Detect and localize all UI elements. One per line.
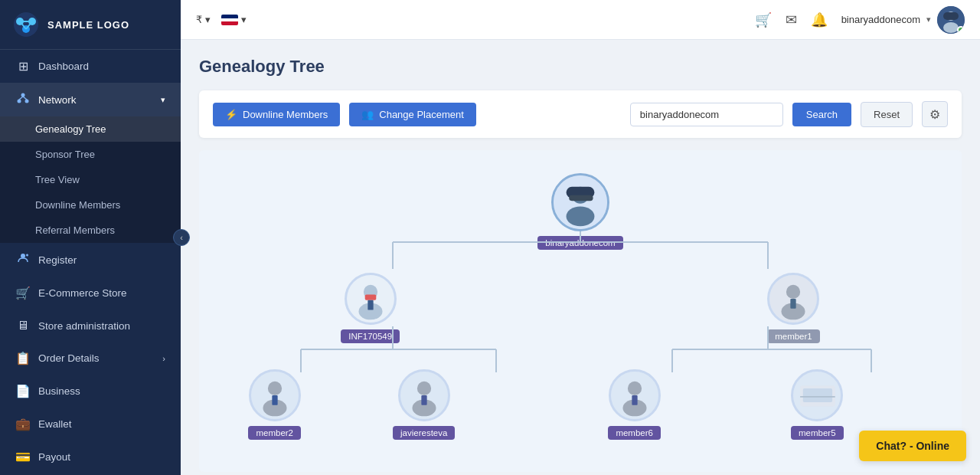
chat-widget[interactable]: Chat? - Online [859,431,966,461]
content-area: Genealogy Tree ⚡ Downline Members 👥 Chan… [181,40,980,475]
change-placement-button[interactable]: 👥 Change Placement [349,103,476,126]
svg-rect-40 [368,300,373,310]
currency-chevron: ▾ [205,14,211,25]
business-icon: 📄 [15,384,31,398]
currency-selector[interactable]: ₹ ▾ [196,14,211,25]
node-avatar-inf170549[interactable] [345,273,397,325]
node-label-javieresteva: javieresteva [393,426,455,440]
lang-chevron: ▾ [241,14,247,25]
svg-point-8 [18,100,21,103]
tree-node-member6[interactable]: member6 [608,369,661,440]
order-label: Order Details [38,352,100,364]
ewallet-icon: 💼 [15,417,31,431]
payout-icon: 💳 [15,450,31,464]
currency-symbol: ₹ [196,14,202,25]
topbar-actions: 🛒 ✉ 🔔 binaryaddonecom ▾ [755,6,965,34]
svg-rect-44 [791,299,796,309]
gear-icon: ⚙ [929,107,940,122]
page-title: Genealogy Tree [199,57,962,77]
ecommerce-label: E-Commerce Store [38,287,127,299]
sidebar-item-label: Dashboard [38,61,89,72]
downline-btn-label: Downline Members [243,109,328,120]
online-indicator [957,26,965,34]
ecommerce-icon: 🛒 [15,286,31,300]
tree-node-member1[interactable]: member1 [767,273,820,343]
sidebar-item-payout[interactable]: 💳 Payout [0,441,181,473]
node-label-member5: member5 [791,426,844,440]
search-button[interactable]: Search [792,103,851,126]
node-label-inf170549: INF170549 [341,329,400,343]
sidebar-item-tree-view[interactable]: Tree View [0,167,181,192]
svg-point-7 [21,93,25,97]
svg-rect-18 [943,12,959,20]
bell-icon[interactable]: 🔔 [811,11,828,28]
sidebar-item-ewallet[interactable]: 💼 Ewallet [0,408,181,441]
node-avatar-member6[interactable] [609,369,661,421]
svg-rect-52 [421,395,426,405]
logo-icon [12,11,40,38]
node-avatar-javieresteva[interactable] [398,369,450,421]
user-chevron: ▾ [926,15,931,25]
svg-rect-59 [803,388,832,402]
sidebar-item-genealogy-tree[interactable]: Genealogy Tree [0,116,181,142]
logo[interactable]: SAMPLE LOGO [0,0,181,50]
svg-point-54 [628,382,642,395]
sidebar-item-sponsor-tree[interactable]: Sponsor Tree [0,142,181,167]
tree-node-inf170549[interactable]: INF170549 [341,273,400,343]
sidebar-item-dashboard[interactable]: ⊞ Dashboard [0,50,181,83]
root-label: binaryaddonecom [537,236,622,250]
user-menu[interactable]: binaryaddonecom ▾ [841,6,965,34]
tree-node-javieresteva[interactable]: javieresteva [393,369,455,440]
language-selector[interactable]: ▾ [221,14,247,25]
payout-label: Payout [38,451,70,463]
logo-text: SAMPLE LOGO [47,19,129,31]
network-label: Network [38,94,77,106]
settings-button[interactable]: ⚙ [922,101,948,127]
sidebar-item-ecommerce[interactable]: 🛒 E-Commerce Store [0,277,181,310]
svg-rect-39 [364,295,376,300]
change-btn-label: Change Placement [379,109,464,120]
sidebar-item-referral-members[interactable]: Referral Members [0,218,181,243]
sidebar-item-network[interactable]: Network ▾ [0,83,181,116]
sidebar: SAMPLE LOGO ⊞ Dashboard Network [0,0,181,475]
tree-level1-row: INF170549 member1 [214,273,946,343]
sidebar-collapse-toggle[interactable]: ‹ [173,229,190,246]
node-avatar-member2[interactable] [249,369,301,421]
search-input[interactable] [630,103,783,126]
order-chevron: › [162,354,165,363]
root-avatar[interactable] [551,173,609,231]
order-icon: 📋 [15,351,31,365]
svg-rect-35 [569,195,593,201]
sidebar-item-business[interactable]: 📄 Business [0,375,181,408]
svg-rect-56 [632,395,637,405]
sidebar-item-order-details[interactable]: 📋 Order Details › [0,342,181,375]
mail-icon[interactable]: ✉ [786,11,797,28]
toolbar: ⚡ Downline Members 👥 Change Placement Se… [199,90,962,138]
change-icon: 👥 [361,109,374,120]
tree-node-member2[interactable]: member2 [248,369,301,440]
flag-icon [221,15,238,25]
tree-node-root[interactable]: binaryaddonecom [537,173,622,250]
business-label: Business [38,385,80,397]
network-chevron: ▾ [161,95,165,105]
svg-point-46 [268,382,282,395]
tree-area: binaryaddonecom INF170549 [199,150,962,472]
tree-node-member5[interactable]: member5 [791,369,844,440]
cart-icon[interactable]: 🛒 [755,11,772,28]
store-admin-icon: 🖥 [15,319,31,332]
tree-level2-row: member2 javieresteva [214,369,946,440]
reset-button[interactable]: Reset [861,102,913,127]
downline-icon: ⚡ [225,109,237,120]
node-avatar-member1[interactable] [767,273,819,325]
node-avatar-member5[interactable] [791,369,843,421]
sidebar-item-store-admin[interactable]: 🖥 Store administration [0,310,181,342]
sidebar-item-register[interactable]: Register [0,243,181,277]
downline-members-button[interactable]: ⚡ Downline Members [213,103,340,126]
svg-point-42 [786,285,800,299]
node-label-member2: member2 [248,426,301,440]
ewallet-label: Ewallet [38,418,72,430]
svg-point-12 [21,254,25,258]
main-content: ₹ ▾ ▾ 🛒 ✉ 🔔 binaryaddonecom ▾ [181,0,980,475]
sidebar-item-downline-members[interactable]: Downline Members [0,192,181,218]
topbar-username: binaryaddonecom [841,14,920,25]
